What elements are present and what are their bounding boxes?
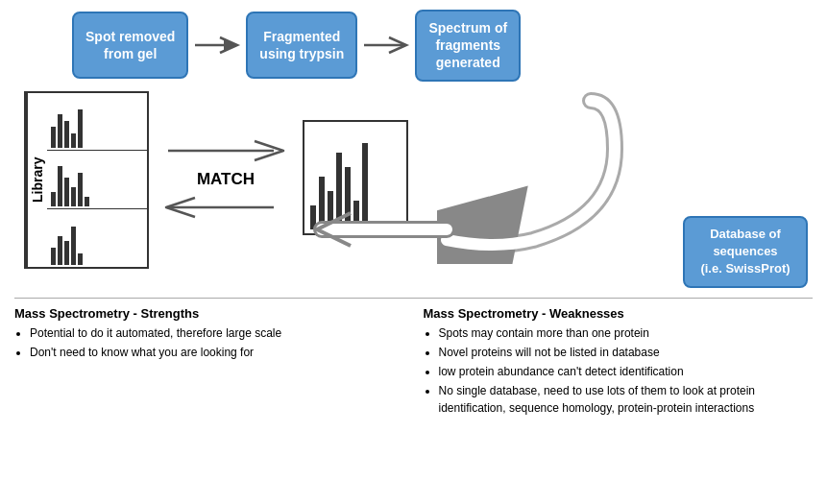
match-area: MATCH	[149, 91, 303, 269]
bar	[58, 236, 62, 265]
bar	[51, 192, 56, 206]
library-panel: Library	[24, 91, 149, 269]
weaknesses-item-3: low protein abundance can't detect ident…	[439, 363, 814, 380]
weaknesses-column: Mass Spectrometry - Weaknesses Spots may…	[424, 306, 814, 419]
box-spectrum: Spectrum offragmentsgenerated	[415, 10, 521, 82]
bar	[64, 121, 69, 148]
bar	[78, 173, 83, 206]
library-label: Library	[26, 93, 47, 267]
top-row: Spot removedfrom gel Fragmentedusing try…	[14, 10, 813, 82]
match-label: MATCH	[197, 170, 255, 189]
db-arrow	[312, 204, 466, 256]
bar	[71, 133, 76, 148]
bar	[78, 109, 83, 148]
database-box: Database ofsequences(i.e. SwissProt)	[683, 216, 808, 288]
bar	[58, 114, 62, 148]
strengths-title: Mass Spectrometry - Strengths	[14, 306, 404, 321]
arrow-2	[357, 31, 415, 60]
weaknesses-item-4: No single database, need to use lots of …	[439, 382, 814, 417]
bar	[58, 166, 62, 206]
weaknesses-item-2: Novel proteins will not be listed in dat…	[439, 344, 814, 361]
bar	[71, 187, 76, 206]
bar	[71, 227, 76, 265]
library-row-1	[47, 93, 147, 152]
bar	[64, 178, 69, 206]
main-container: Spot removedfrom gel Fragmentedusing try…	[0, 0, 827, 504]
box-spot-removed: Spot removedfrom gel	[72, 12, 188, 79]
right-side: Database ofsequences(i.e. SwissProt)	[418, 91, 813, 293]
strengths-item-1: Potential to do it automated, therefore …	[30, 324, 404, 342]
left-arrow	[158, 191, 293, 225]
library-row-3	[47, 209, 147, 267]
bar	[85, 197, 89, 206]
arrow-1	[188, 31, 246, 60]
box-fragmented: Fragmentedusing trypsin	[246, 12, 357, 79]
strengths-item-2: Don't need to know what you are looking …	[30, 344, 404, 361]
library-row-2	[47, 151, 147, 209]
right-arrow	[158, 134, 293, 168]
curved-arrow-svg	[437, 91, 629, 264]
weaknesses-title: Mass Spectrometry - Weaknesses	[424, 306, 814, 321]
bottom-section: Mass Spectrometry - Strengths Potential …	[14, 298, 813, 419]
bar	[51, 127, 56, 148]
bar	[78, 253, 83, 265]
weaknesses-list: Spots may contain more than one protein …	[424, 324, 814, 417]
bar	[64, 241, 69, 265]
strengths-column: Mass Spectrometry - Strengths Potential …	[14, 306, 404, 419]
strengths-list: Potential to do it automated, therefore …	[14, 324, 404, 361]
bar	[51, 248, 56, 265]
weaknesses-item-1: Spots may contain more than one protein	[439, 324, 814, 342]
library-rows	[47, 93, 147, 267]
